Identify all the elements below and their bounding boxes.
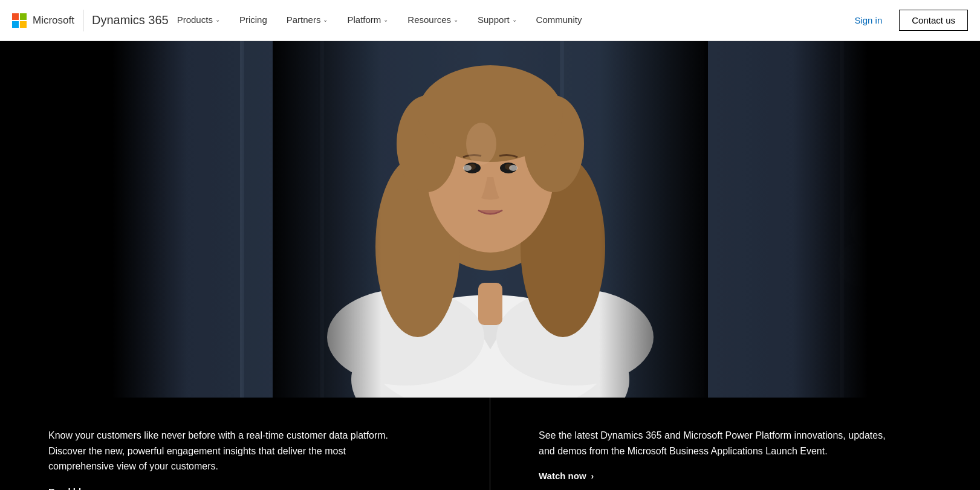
svg-point-37 bbox=[427, 95, 554, 253]
read-blog-link[interactable]: Read blog › bbox=[48, 486, 100, 490]
bottom-right-panel: See the latest Dynamics 365 and Microsof… bbox=[490, 398, 980, 490]
contact-us-button[interactable]: Contact us bbox=[899, 10, 968, 31]
svg-rect-23 bbox=[478, 283, 502, 325]
sign-in-button[interactable]: Sign in bbox=[847, 11, 889, 29]
chevron-down-icon: ⌄ bbox=[323, 16, 328, 23]
watch-now-label: Watch now bbox=[539, 471, 586, 481]
svg-rect-39 bbox=[273, 41, 381, 398]
nav-item-resources[interactable]: Resources ⌄ bbox=[399, 0, 467, 41]
bottom-left-text: Know your customers like never before wi… bbox=[48, 428, 411, 474]
nav-label-support: Support bbox=[478, 15, 510, 25]
chevron-down-icon: ⌄ bbox=[215, 16, 220, 23]
bottom-right-text: See the latest Dynamics 365 and Microsof… bbox=[539, 428, 901, 459]
svg-point-38 bbox=[466, 123, 496, 165]
header-actions: Sign in Contact us bbox=[847, 10, 968, 31]
arrow-right-icon: › bbox=[97, 486, 100, 490]
chevron-down-icon: ⌄ bbox=[383, 16, 388, 23]
logo-quadrant-blue bbox=[12, 21, 19, 28]
nav-label-community: Community bbox=[536, 15, 582, 25]
hero-section bbox=[0, 41, 980, 398]
header-divider bbox=[83, 10, 83, 31]
nav-item-products[interactable]: Products ⌄ bbox=[169, 0, 229, 41]
header: Microsoft Dynamics 365 Products ⌄ Pricin… bbox=[0, 0, 980, 41]
logo-quadrant-yellow bbox=[20, 21, 27, 28]
logo-quadrant-green bbox=[20, 13, 27, 20]
watch-now-link[interactable]: Watch now › bbox=[539, 471, 594, 481]
chevron-down-icon: ⌄ bbox=[512, 16, 517, 23]
microsoft-logo-link[interactable]: Microsoft bbox=[12, 13, 74, 28]
nav-item-pricing[interactable]: Pricing bbox=[231, 0, 276, 41]
arrow-right-icon-right: › bbox=[591, 471, 594, 481]
nav-label-platform: Platform bbox=[347, 15, 381, 25]
logo-quadrant-red bbox=[12, 13, 19, 20]
bottom-left-panel: Know your customers like never before wi… bbox=[0, 398, 490, 490]
microsoft-logo bbox=[12, 13, 27, 28]
microsoft-label: Microsoft bbox=[33, 15, 74, 27]
nav-label-partners: Partners bbox=[287, 15, 321, 25]
bottom-section: Know your customers like never before wi… bbox=[0, 398, 980, 490]
nav-item-platform[interactable]: Platform ⌄ bbox=[339, 0, 397, 41]
nav-item-support[interactable]: Support ⌄ bbox=[469, 0, 525, 41]
nav-item-community[interactable]: Community bbox=[528, 0, 591, 41]
read-blog-label: Read blog bbox=[48, 486, 92, 490]
hero-left-overlay bbox=[0, 41, 187, 398]
hero-portrait-container bbox=[273, 41, 708, 398]
hero-person-svg bbox=[273, 41, 708, 398]
hero-right-overlay bbox=[793, 41, 980, 398]
nav-label-pricing: Pricing bbox=[239, 15, 267, 25]
svg-rect-40 bbox=[599, 41, 708, 398]
nav-label-products: Products bbox=[177, 15, 213, 25]
product-name: Dynamics 365 bbox=[92, 13, 169, 27]
nav-label-resources: Resources bbox=[407, 15, 451, 25]
nav-item-partners[interactable]: Partners ⌄ bbox=[278, 0, 337, 41]
chevron-down-icon: ⌄ bbox=[453, 16, 458, 23]
main-nav: Products ⌄ Pricing Partners ⌄ Platform ⌄… bbox=[169, 0, 848, 41]
